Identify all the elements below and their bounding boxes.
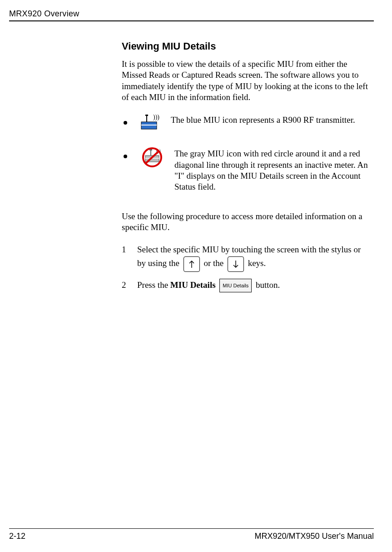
procedure-lead: Use the following procedure to access mo… bbox=[122, 211, 370, 233]
svg-rect-1 bbox=[145, 115, 148, 116]
step-body: Select the specific MIU by touching the … bbox=[137, 243, 370, 271]
step-number: 1 bbox=[122, 243, 137, 271]
svg-rect-4 bbox=[141, 125, 157, 125]
step-text-bold: MIU Details bbox=[170, 280, 216, 290]
page-footer: 2-12 MRX920/MTX950 User's Manual bbox=[9, 528, 374, 541]
bullet-text: The blue MIU icon represents a R900 RF t… bbox=[171, 113, 370, 125]
down-arrow-key-icon bbox=[228, 256, 244, 272]
bullet-dot-icon bbox=[124, 121, 127, 125]
bullet-item-blue-miu: ))) The blue MIU icon represents a R900 … bbox=[122, 113, 370, 134]
bullet-item-inactive-miu: ))) The gray MIU icon with red circle ar… bbox=[122, 146, 370, 192]
svg-text:))): ))) bbox=[153, 114, 159, 121]
step-text: button. bbox=[256, 280, 280, 290]
page-number: 2-12 bbox=[9, 532, 25, 541]
intro-paragraph: It is possible to view the details of a … bbox=[122, 59, 370, 103]
content-column: Viewing MIU Details It is possible to vi… bbox=[122, 40, 374, 292]
bullet-text: The gray MIU icon with red circle around… bbox=[174, 146, 370, 192]
step-body: Press the MIU Details MIU Details button… bbox=[137, 278, 370, 293]
bullet-dot-icon bbox=[124, 155, 127, 158]
manual-title: MRX920/MTX950 User's Manual bbox=[254, 532, 374, 541]
blue-miu-icon: ))) bbox=[141, 113, 162, 134]
step-text: keys. bbox=[248, 258, 266, 268]
procedure-step: 2 Press the MIU Details MIU Details butt… bbox=[122, 278, 370, 293]
procedure-step: 1 Select the specific MIU by touching th… bbox=[122, 243, 370, 271]
step-text: Press the bbox=[137, 280, 170, 290]
step-text: or the bbox=[203, 258, 226, 268]
section-title: Viewing MIU Details bbox=[122, 40, 370, 52]
miu-details-button-icon: MIU Details bbox=[219, 279, 252, 292]
running-head: MRX920 Overview bbox=[9, 9, 374, 19]
step-number: 2 bbox=[122, 278, 137, 293]
inactive-miu-icon: ))) bbox=[141, 146, 165, 170]
up-arrow-key-icon bbox=[184, 256, 200, 272]
header-rule bbox=[9, 20, 374, 21]
